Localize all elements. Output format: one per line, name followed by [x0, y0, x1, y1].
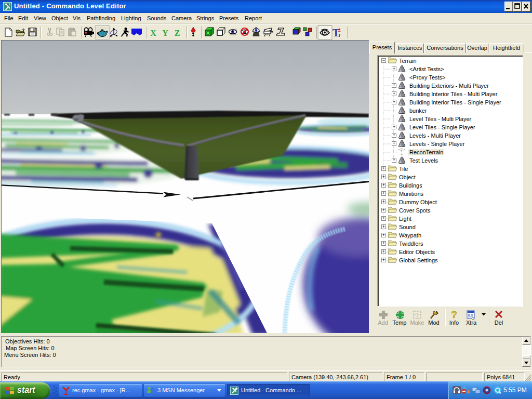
svg-text:T: T — [338, 33, 341, 38]
svg-text:Temp: Temp — [393, 320, 407, 326]
svg-text:Z: Z — [175, 29, 180, 37]
svg-text:X: X — [150, 29, 156, 37]
svg-text:Mod: Mod — [428, 320, 439, 326]
svg-text:?: ? — [451, 309, 457, 320]
svg-text:Add: Add — [378, 320, 388, 326]
svg-text:Xtra: Xtra — [466, 320, 477, 326]
svg-text:Make: Make — [410, 320, 424, 326]
svg-text:Y: Y — [162, 29, 168, 37]
svg-text:Del: Del — [495, 320, 503, 326]
svg-text:Info: Info — [449, 320, 459, 326]
